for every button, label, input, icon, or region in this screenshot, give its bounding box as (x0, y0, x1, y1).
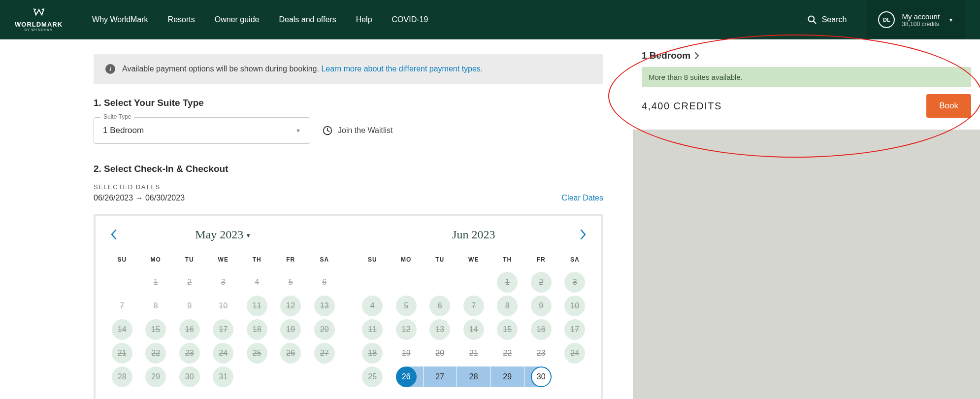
calendar-day[interactable]: 25 (240, 342, 274, 365)
calendar-day[interactable]: 2 (524, 271, 558, 294)
day-number: 16 (179, 319, 200, 340)
info-icon: i (105, 64, 115, 74)
calendar-day[interactable]: 24 (207, 342, 240, 365)
logo[interactable]: WORLDMARK BY WYNDHAM (15, 8, 63, 32)
calendar-day[interactable]: 28 (457, 366, 490, 388)
calendar-day[interactable]: 31 (207, 366, 240, 388)
calendar-day[interactable]: 18 (240, 318, 274, 341)
suite-select-value: 1 Bedroom (103, 126, 144, 135)
nav-owner-guide[interactable]: Owner guide (215, 15, 260, 24)
calendar-day[interactable]: 22 (491, 342, 524, 365)
calendar-day[interactable]: 1 (491, 271, 524, 294)
calendar-day[interactable]: 27 (308, 342, 341, 365)
nav-resorts[interactable]: Resorts (168, 15, 195, 24)
day-number: 5 (396, 296, 417, 316)
calendar-day[interactable]: 16 (173, 318, 206, 341)
calendar-empty (424, 271, 457, 294)
search-button[interactable]: Search (807, 15, 847, 25)
dow-header: SA (558, 252, 592, 270)
nav-why[interactable]: Why WorldMark (92, 15, 148, 24)
info-link[interactable]: Learn more about the different payment t… (321, 65, 483, 73)
calendar-day[interactable]: 19 (274, 318, 308, 341)
day-number: 6 (429, 296, 450, 316)
calendar-day: 10 (207, 295, 240, 317)
book-button[interactable]: Book (926, 94, 971, 118)
day-number: 19 (396, 343, 417, 364)
account-label: My account (902, 12, 940, 21)
calendar-day[interactable]: 10 (558, 295, 592, 317)
calendar-day[interactable]: 17 (207, 318, 240, 341)
calendar-day[interactable]: 7 (457, 295, 490, 317)
calendar-day[interactable]: 26 (274, 342, 308, 365)
calendar-day: 5 (274, 271, 308, 294)
calendar-day[interactable]: 15 (139, 318, 173, 341)
calendar-day[interactable]: 14 (105, 318, 139, 341)
day-number: 27 (429, 366, 450, 387)
join-waitlist[interactable]: Join the Waitlist (322, 125, 392, 136)
calendar-day[interactable]: 16 (524, 318, 558, 341)
day-number: 13 (314, 296, 335, 316)
day-number: 4 (362, 296, 383, 316)
calendar-day[interactable]: 23 (524, 342, 558, 365)
calendar-day[interactable]: 17 (558, 318, 592, 341)
calendar-day[interactable]: 28 (105, 366, 139, 388)
day-number: 7 (112, 296, 132, 316)
calendar-day[interactable]: 24 (558, 342, 592, 365)
calendar-day[interactable]: 8 (491, 295, 524, 317)
calendar-day[interactable]: 4 (356, 295, 390, 317)
day-number: 25 (247, 343, 267, 364)
card-title-row[interactable]: 1 Bedroom (642, 50, 971, 61)
calendar-day[interactable]: 12 (390, 318, 423, 341)
calendar-day[interactable]: 18 (356, 342, 390, 365)
dow-header: MO (139, 252, 173, 270)
calendar-day[interactable]: 9 (524, 295, 558, 317)
calendar-day[interactable]: 5 (390, 295, 423, 317)
credits-row: 4,400 CREDITS Book (642, 94, 971, 118)
nav-help[interactable]: Help (356, 15, 372, 24)
dow-header: WE (207, 252, 240, 270)
suite-select[interactable]: 1 Bedroom ▼ (94, 117, 310, 144)
calendar-day[interactable]: 20 (424, 342, 457, 365)
nav-deals[interactable]: Deals and offers (279, 15, 336, 24)
calendar-day[interactable]: 21 (457, 342, 490, 365)
calendar-prev[interactable] (110, 229, 117, 242)
calendar-day[interactable]: 20 (308, 318, 341, 341)
calendar-left-title[interactable]: May 2023▼ (105, 228, 341, 241)
account-menu[interactable]: DL My account 38,100 credits ▼ (866, 0, 965, 39)
day-number: 19 (280, 319, 301, 340)
calendar-day[interactable]: 29 (491, 366, 524, 388)
calendar-day[interactable]: 22 (139, 342, 173, 365)
clear-dates[interactable]: Clear Dates (562, 194, 603, 202)
calendar-day[interactable]: 27 (424, 366, 457, 388)
calendar-day[interactable]: 14 (457, 318, 490, 341)
calendar-day: 1 (139, 271, 173, 294)
calendar-day[interactable]: 25 (356, 366, 390, 388)
day-number: 2 (179, 272, 200, 293)
calendar-day[interactable]: 15 (491, 318, 524, 341)
dow-header: TU (173, 252, 206, 270)
calendar-day[interactable]: 30 (524, 366, 558, 388)
nav-covid[interactable]: COVID-19 (392, 15, 428, 24)
calendar-day[interactable]: 21 (105, 342, 139, 365)
calendar-day[interactable]: 19 (390, 342, 423, 365)
day-number: 26 (280, 343, 301, 364)
calendar-day[interactable]: 3 (558, 271, 592, 294)
calendar-day[interactable]: 12 (274, 295, 308, 317)
calendar-day[interactable]: 13 (308, 295, 341, 317)
calendar-day[interactable]: 6 (424, 295, 457, 317)
calendar-day[interactable]: 29 (139, 366, 173, 388)
day-number: 15 (497, 319, 518, 340)
search-icon (807, 15, 817, 25)
day-number: 15 (145, 319, 166, 340)
day-number: 9 (531, 296, 552, 316)
day-number: 22 (497, 343, 518, 364)
calendar-day[interactable]: 30 (173, 366, 206, 388)
calendar-day[interactable]: 11 (356, 318, 390, 341)
calendar-day[interactable]: 11 (240, 295, 274, 317)
calendar-next[interactable] (580, 229, 587, 242)
calendar-day[interactable]: 23 (173, 342, 206, 365)
calendar-day[interactable]: 13 (424, 318, 457, 341)
date-range: 06/26/2023 → 06/30/2023 (94, 194, 185, 202)
calendar-day[interactable]: 26 (390, 366, 423, 388)
calendar-empty (457, 271, 490, 294)
